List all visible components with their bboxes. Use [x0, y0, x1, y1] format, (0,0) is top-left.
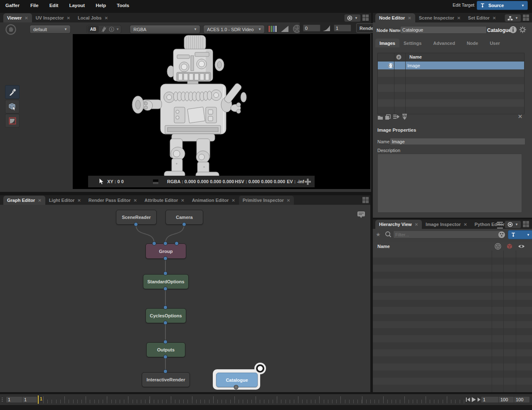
viewer-viewport[interactable]	[73, 34, 370, 189]
range-end-input[interactable]	[498, 396, 515, 403]
node-name-input[interactable]	[400, 26, 487, 34]
node-scenereader[interactable]: SceneReader	[116, 210, 157, 225]
node-group[interactable]: Group	[145, 243, 186, 259]
tab-image-inspector[interactable]: Image Inspector ✕	[422, 220, 471, 229]
menu-tools[interactable]: Tools	[111, 3, 135, 8]
tab-set-editor[interactable]: Set Editor ✕	[464, 13, 500, 22]
info-icon[interactable]	[509, 26, 517, 34]
node-catalogue[interactable]: Catalogue	[216, 373, 258, 387]
layout-grid-icon[interactable]	[523, 221, 529, 227]
tab-viewer[interactable]: Viewer ✕	[3, 13, 32, 22]
image-description-textarea[interactable]	[377, 154, 522, 213]
filter-options-icon[interactable]	[498, 231, 505, 238]
subtab-settings[interactable]: Settings	[399, 39, 426, 47]
menu-edit[interactable]: Edit	[44, 3, 64, 8]
crop-window-tool-button[interactable]	[5, 114, 20, 128]
timeline-grip[interactable]	[2, 398, 3, 402]
tab-node-editor[interactable]: Node Editor ✕	[375, 13, 415, 22]
layout-grid-icon[interactable]	[523, 15, 529, 21]
exclude-cube-icon[interactable]	[506, 243, 513, 250]
close-icon[interactable]: ✕	[104, 16, 108, 20]
set-membership-icon[interactable]	[495, 243, 501, 250]
tab-primitive-inspector[interactable]: Primitive Inspector ✕	[239, 196, 294, 205]
tab-hierarchy-view[interactable]: Hierarchy View ✕	[375, 220, 422, 229]
close-icon[interactable]: ✕	[415, 222, 418, 227]
node-outputs[interactable]: Outputs	[146, 342, 185, 357]
add-image-icon[interactable]	[377, 115, 383, 120]
current-frame-input[interactable]	[22, 396, 37, 403]
remove-image-icon[interactable]: ✕	[518, 113, 522, 120]
image-row-selected[interactable]: Image	[378, 61, 524, 69]
tab-graph-editor[interactable]: Graph Editor ✕	[3, 196, 45, 205]
tab-light-editor[interactable]: Light Editor ✕	[45, 196, 85, 205]
name-column-header[interactable]: Name	[409, 54, 422, 59]
gamma-input[interactable]	[334, 25, 351, 32]
node-interactiverender[interactable]: InteractiveRender	[142, 372, 190, 387]
tab-attribute-editor[interactable]: Attribute Editor ✕	[141, 196, 188, 205]
node-standardoptions[interactable]: StandardOptions	[143, 274, 189, 289]
timeline-ruler-minor-ticks[interactable]	[43, 400, 465, 403]
filter-input[interactable]	[393, 231, 501, 238]
skip-to-start-button[interactable]	[466, 397, 470, 402]
close-icon[interactable]: ✕	[457, 16, 461, 20]
hierarchy-rows[interactable]	[373, 250, 532, 392]
menu-help[interactable]: Help	[90, 3, 111, 8]
name-column-header[interactable]: Name	[377, 244, 390, 249]
close-icon[interactable]: ✕	[232, 198, 235, 203]
channels-select[interactable]: RGBA ▼	[130, 25, 200, 34]
playback-end-input[interactable]	[514, 396, 530, 403]
close-icon[interactable]: ✕	[463, 222, 467, 227]
selection-tool-button[interactable]	[5, 100, 20, 113]
subtab-user[interactable]: User	[485, 39, 504, 47]
camera-select[interactable]: default ▼	[30, 25, 71, 34]
display-transform-select[interactable]: ACES 1.0 - SDR Video ▼	[203, 25, 265, 34]
wipe-icon[interactable]	[101, 27, 107, 32]
focus-ring-indicator[interactable]	[256, 364, 264, 373]
layout-grid-icon[interactable]	[362, 197, 369, 203]
scene-target-dropdown[interactable]: ▼	[508, 230, 532, 239]
tab-render-pass-editor[interactable]: Render Pass Editor ✕	[85, 196, 141, 205]
tab-scene-inspector[interactable]: Scene Inspector ✕	[415, 13, 464, 22]
gear-icon[interactable]	[519, 26, 526, 33]
menu-gaffer[interactable]: Gaffer	[0, 3, 25, 8]
expand-plus-icon[interactable]	[304, 178, 311, 185]
node-set-menu-button[interactable]: ▼	[505, 14, 521, 22]
close-icon[interactable]: ✕	[38, 198, 41, 203]
node-cyclesoptions[interactable]: CyclesOptions	[145, 308, 186, 323]
close-icon[interactable]: ✕	[181, 198, 184, 203]
menu-layout[interactable]: Layout	[64, 3, 90, 8]
channel-bars-icon[interactable]	[267, 25, 277, 33]
editor-focus-menu-button[interactable]: ▼	[505, 221, 521, 228]
compare-image-index-icon[interactable]: 1	[109, 27, 114, 32]
edit-target-dropdown[interactable]: Source ▼	[477, 1, 528, 10]
subtab-node[interactable]: Node	[463, 39, 483, 47]
graph-editor-canvas[interactable]: SceneReader Camera Group StandardOptions…	[0, 205, 370, 392]
layout-grid-icon[interactable]	[362, 15, 369, 21]
annotation-bubble-icon[interactable]	[357, 210, 366, 219]
chevron-down-icon[interactable]: ▼	[116, 27, 119, 31]
tab-uv-inspector[interactable]: UV Inspector ✕	[32, 13, 74, 22]
image-name-input[interactable]	[390, 138, 525, 145]
bookmark-star-icon[interactable]: ★	[376, 231, 381, 238]
close-icon[interactable]: ✕	[408, 16, 411, 20]
ab-compare-button[interactable]: AB	[87, 26, 99, 33]
tab-animation-editor[interactable]: Animation Editor ✕	[188, 196, 239, 205]
range-start-input[interactable]	[6, 396, 24, 403]
close-icon[interactable]: ✕	[67, 16, 70, 20]
subtab-images[interactable]: Images	[375, 39, 399, 47]
exposure-input[interactable]	[303, 25, 320, 32]
close-icon[interactable]: ✕	[133, 198, 137, 203]
duplicate-image-icon[interactable]	[385, 114, 391, 120]
exposure-icon[interactable]	[280, 25, 289, 33]
close-icon[interactable]: ✕	[493, 16, 496, 20]
subtab-advanced[interactable]: Advanced	[429, 39, 459, 47]
close-icon[interactable]: ✕	[77, 198, 81, 203]
close-icon[interactable]: ✕	[25, 16, 28, 20]
node-camera[interactable]: Camera	[165, 210, 203, 225]
playhead[interactable]	[38, 395, 39, 404]
images-table-empty-rows[interactable]	[378, 69, 524, 113]
close-icon[interactable]: ✕	[287, 198, 290, 203]
hamburger-menu-icon[interactable]	[497, 222, 503, 228]
color-picker-tool-button[interactable]	[5, 85, 20, 99]
frame-input[interactable]	[481, 396, 501, 403]
